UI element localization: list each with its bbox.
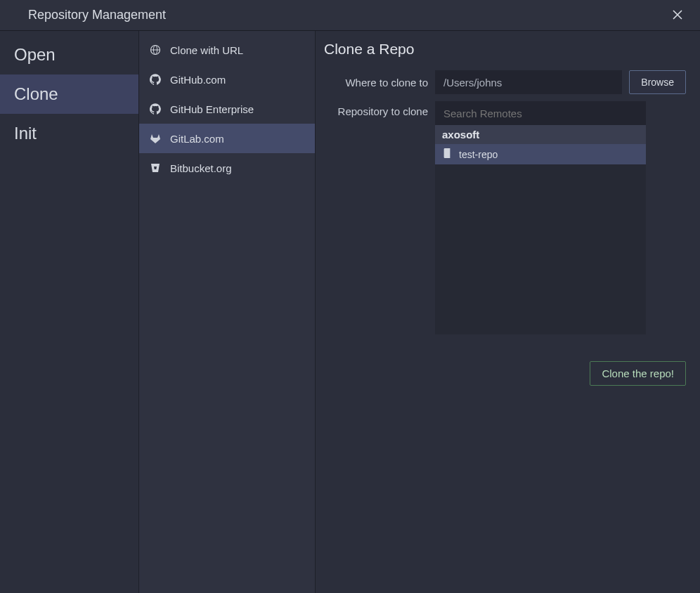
where-to-clone-label: Where to clone to	[324, 77, 428, 89]
gitlab-icon	[149, 132, 162, 145]
close-icon[interactable]	[672, 9, 685, 22]
remote-list-empty-area	[435, 164, 646, 334]
left-tab-list: Open Clone Init	[0, 31, 139, 593]
source-github[interactable]: GitHub.com	[139, 65, 315, 94]
tab-label: Init	[14, 124, 37, 143]
source-clone-url[interactable]: Clone with URL	[139, 35, 315, 65]
source-label: GitHub Enterprise	[170, 103, 254, 115]
repo-to-clone-label: Repository to clone	[324, 101, 428, 117]
tab-init[interactable]: Init	[0, 114, 138, 153]
pane-heading: Clone a Repo	[324, 41, 686, 58]
window-title: Repository Management	[28, 8, 166, 22]
remote-group-header: axosoft	[435, 125, 646, 144]
source-label: Bitbucket.org	[170, 162, 232, 174]
search-remotes-input[interactable]	[435, 101, 646, 125]
browse-button[interactable]: Browse	[629, 70, 686, 94]
bitbucket-icon	[149, 162, 162, 174]
clone-repo-button[interactable]: Clone the repo!	[590, 361, 686, 386]
github-icon	[149, 73, 162, 86]
tab-open[interactable]: Open	[0, 35, 138, 74]
tab-label: Clone	[14, 84, 58, 103]
source-label: GitLab.com	[170, 133, 224, 145]
book-icon	[442, 148, 452, 160]
source-label: Clone with URL	[170, 44, 243, 56]
remote-repo-name: test-repo	[459, 149, 498, 160]
tab-clone[interactable]: Clone	[0, 74, 138, 114]
source-gitlab[interactable]: GitLab.com	[139, 124, 315, 153]
where-to-clone-input[interactable]	[435, 70, 622, 94]
source-github-enterprise[interactable]: GitHub Enterprise	[139, 94, 315, 124]
source-label: GitHub.com	[170, 74, 226, 86]
tab-label: Open	[14, 45, 56, 64]
globe-icon	[149, 44, 162, 56]
source-list: Clone with URL GitHub.com GitHub Enterpr…	[139, 31, 316, 593]
source-bitbucket[interactable]: Bitbucket.org	[139, 153, 315, 183]
remote-repo-item[interactable]: test-repo	[435, 144, 646, 164]
github-icon	[149, 103, 162, 115]
